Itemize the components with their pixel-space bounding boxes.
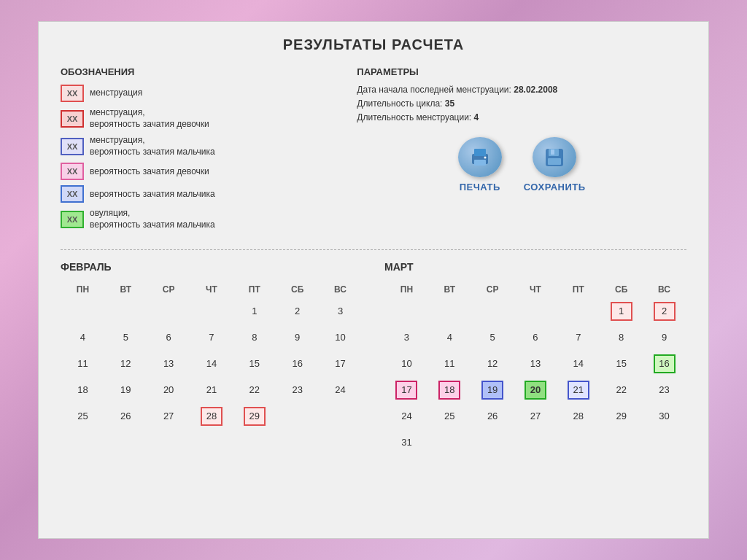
print-icon-circle — [458, 137, 502, 177]
list-item — [386, 299, 427, 324]
legend-box-boy: ХХ — [61, 185, 84, 203]
table-row: 1 2 3 — [62, 299, 361, 324]
table-row: 18 19 20 21 22 23 24 — [62, 378, 361, 402]
list-item: 28 — [557, 404, 599, 429]
table-row: 3 4 5 6 7 8 9 — [386, 325, 685, 350]
march-table: ПН ВТ СР ЧТ ПТ СБ ВС — [384, 280, 686, 456]
list-item: 1 — [233, 299, 275, 324]
list-item — [515, 430, 557, 455]
param-value-date: 28.02.2008 — [514, 85, 557, 95]
legend-text-4: вероятность зачатия девочки — [90, 166, 209, 178]
list-item: 12 — [105, 351, 147, 376]
list-item — [429, 299, 471, 324]
legend-item-1: ХХ менструация — [61, 85, 335, 102]
list-item: 17 — [320, 351, 361, 376]
list-item — [148, 299, 190, 324]
list-item: 10 — [320, 325, 361, 350]
february-title: ФЕВРАЛЬ — [61, 261, 363, 273]
legend-text-3: менструация,вероятность зачатия мальчика — [90, 135, 215, 158]
list-item: 7 — [191, 325, 233, 350]
list-item: 19 — [472, 378, 514, 402]
legend-box-menstruation: ХХ — [61, 85, 84, 102]
list-item: 26 — [105, 404, 147, 429]
legend-box-girl: ХХ — [61, 163, 84, 180]
table-row: 24 25 26 27 28 29 30 — [386, 404, 685, 429]
list-item: 20 — [515, 378, 557, 402]
list-item — [472, 299, 514, 324]
list-item: 1 — [600, 299, 642, 324]
february-table: ПН ВТ СР ЧТ ПТ СБ ВС 1 — [61, 280, 363, 430]
svg-rect-7 — [548, 158, 561, 165]
legend-title: ОБОЗНАЧЕНИЯ — [61, 66, 335, 77]
table-row: 4 5 6 7 8 9 10 — [62, 325, 361, 350]
save-button[interactable]: СОХРАНИТЬ — [524, 137, 586, 192]
list-item: 2 — [643, 299, 685, 324]
list-item: 22 — [600, 378, 642, 402]
list-item: 22 — [233, 378, 275, 402]
param-value-cycle: 35 — [445, 98, 454, 109]
list-item: 3 — [320, 299, 361, 324]
list-item: 12 — [472, 351, 514, 376]
param-value-duration: 4 — [474, 112, 479, 122]
list-item: 14 — [191, 351, 233, 376]
list-item: 4 — [429, 325, 471, 350]
list-item: 16 — [276, 351, 318, 376]
list-item: 15 — [600, 351, 642, 376]
save-label: СОХРАНИТЬ — [524, 182, 586, 192]
feb-wd-4: ЧТ — [191, 281, 233, 298]
print-icon — [468, 146, 492, 169]
table-row: 31 — [386, 430, 685, 455]
list-item: 5 — [105, 325, 147, 350]
list-item — [472, 430, 514, 455]
print-label: ПЕЧАТЬ — [460, 182, 500, 192]
mar-wd-3: СР — [472, 281, 514, 298]
list-item: 25 — [429, 404, 471, 429]
list-item: 18 — [62, 378, 104, 402]
list-item: 31 — [386, 430, 427, 455]
list-item: 10 — [386, 351, 427, 376]
legend-item-4: ХХ вероятность зачатия девочки — [61, 163, 335, 180]
list-item — [62, 299, 104, 324]
calendar-march: МАРТ ПН ВТ СР ЧТ ПТ СБ ВС — [384, 261, 686, 456]
legend-text-6: овуляция,вероятность зачатия мальчика — [90, 208, 215, 230]
list-item — [643, 430, 685, 455]
legend-text-2: менструация,вероятность зачатия девочки — [90, 107, 209, 130]
list-item: 29 — [600, 404, 642, 429]
list-item: 9 — [643, 325, 685, 350]
list-item: 25 — [62, 404, 104, 429]
svg-point-3 — [484, 156, 486, 158]
list-item: 11 — [429, 351, 471, 376]
list-item: 30 — [643, 404, 685, 429]
feb-wd-2: ВТ — [105, 281, 147, 298]
list-item: 27 — [515, 404, 557, 429]
param-line-3: Длительность менструации: 4 — [357, 112, 686, 122]
list-item: 8 — [600, 325, 642, 350]
params-section: ПАРАМЕТРЫ Дата начала последней менструа… — [357, 66, 686, 236]
print-button[interactable]: ПЕЧАТЬ — [458, 137, 502, 192]
table-row: 17 18 19 20 21 22 23 — [386, 378, 685, 402]
calendar-february: ФЕВРАЛЬ ПН ВТ СР ЧТ ПТ СБ ВС — [61, 261, 363, 456]
save-icon — [543, 146, 566, 169]
list-item — [515, 299, 557, 324]
list-item: 11 — [62, 351, 104, 376]
svg-rect-1 — [474, 149, 486, 156]
list-item: 17 — [386, 378, 427, 402]
calendars-section: ФЕВРАЛЬ ПН ВТ СР ЧТ ПТ СБ ВС — [61, 261, 686, 456]
list-item: 29 — [233, 404, 275, 429]
list-item: 9 — [276, 325, 318, 350]
table-row: 1 2 — [386, 299, 685, 324]
list-item: 14 — [557, 351, 599, 376]
list-item: 5 — [472, 325, 514, 350]
list-item: 28 — [191, 404, 233, 429]
svg-rect-6 — [551, 149, 554, 155]
params-title: ПАРАМЕТРЫ — [357, 66, 686, 77]
legend-text-5: вероятность зачатия мальчика — [90, 189, 215, 201]
march-title: МАРТ — [384, 261, 686, 273]
list-item: 3 — [386, 325, 427, 350]
legend-box-menstruation-boy: ХХ — [61, 138, 84, 155]
legend-box-ovulation-boy: ХХ — [61, 211, 84, 228]
feb-wd-7: ВС — [320, 281, 361, 298]
list-item: 4 — [62, 325, 104, 350]
list-item — [429, 430, 471, 455]
list-item: 24 — [386, 404, 427, 429]
